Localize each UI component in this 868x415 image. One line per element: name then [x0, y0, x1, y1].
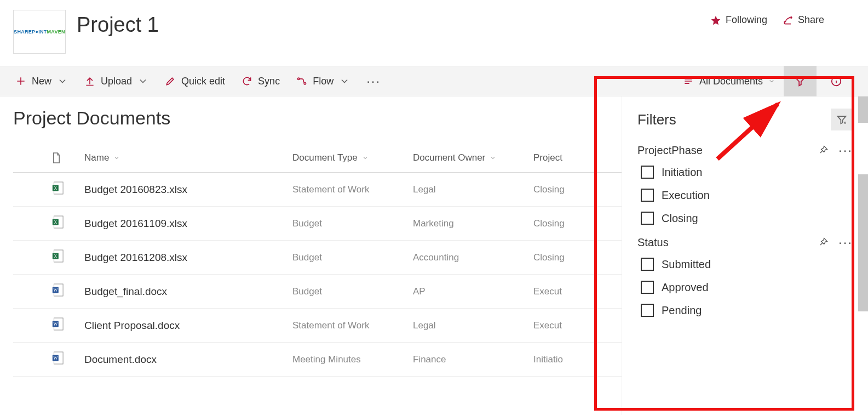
table-row[interactable]: XBudget 20160823.xlsxStatement of WorkLe… [13, 173, 622, 207]
chevron-down-icon [490, 155, 496, 161]
table-header: Name Document Type Document Owner Projec… [13, 143, 622, 173]
quick-edit-label: Quick edit [181, 76, 225, 87]
site-title[interactable]: Project 1 [77, 13, 159, 37]
filter-section: Status···SubmittedApprovedPending [637, 235, 853, 317]
scrollbar[interactable] [858, 174, 868, 311]
site-logo[interactable]: SHAREP●INTMAVEN [13, 10, 66, 54]
view-selector[interactable]: All Documents [677, 76, 780, 87]
file-name[interactable]: Budget 20161109.xlsx [84, 218, 292, 230]
file-type-icon: W [51, 351, 84, 368]
column-doctype-label: Document Type [292, 152, 358, 163]
table-row[interactable]: XBudget 20161208.xlsxBudgetAccountingClo… [13, 241, 622, 275]
chevron-down-icon [57, 76, 68, 87]
filter-pane-toggle[interactable] [784, 66, 817, 96]
list-icon [683, 76, 694, 87]
cell-owner: Finance [413, 354, 533, 365]
filter-option[interactable]: Pending [641, 304, 853, 317]
table-row[interactable]: WClient Proposal.docxStatement of WorkLe… [13, 309, 622, 343]
star-icon [710, 15, 721, 26]
chevron-down-icon [339, 76, 350, 87]
file-name[interactable]: Budget_final.docx [84, 286, 292, 298]
filter-option-label: Approved [662, 281, 709, 294]
logo-text: SHAREP●INTMAVEN [14, 29, 65, 35]
column-file-type[interactable] [51, 152, 84, 164]
upload-icon [84, 76, 95, 87]
filter-option[interactable]: Submitted [641, 258, 853, 271]
share-button[interactable]: Share [783, 14, 824, 26]
checkbox[interactable] [641, 281, 654, 294]
cell-doctype: Statement of Work [292, 184, 413, 195]
library-title: Project Documents [13, 107, 622, 129]
pencil-icon [165, 76, 176, 87]
file-name[interactable]: Budget 20160823.xlsx [84, 184, 292, 196]
filter-panel: Filters ProjectPhase···InitiationExecuti… [622, 96, 868, 415]
filter-section: ProjectPhase···InitiationExecutionClosin… [637, 143, 853, 225]
flow-label: Flow [313, 76, 334, 87]
upload-button[interactable]: Upload [84, 76, 148, 87]
quick-edit-button[interactable]: Quick edit [165, 76, 225, 87]
site-header: SHAREP●INTMAVEN Project 1 Following Shar… [0, 0, 868, 66]
svg-text:W: W [53, 288, 58, 293]
file-name[interactable]: Budget 20161208.xlsx [84, 252, 292, 264]
pin-icon[interactable] [818, 145, 829, 156]
column-name[interactable]: Name [84, 152, 292, 163]
file-name[interactable]: Document.docx [84, 354, 292, 366]
filter-option-label: Pending [662, 304, 702, 317]
cell-owner: Legal [413, 320, 533, 331]
column-name-label: Name [84, 152, 109, 163]
filter-option[interactable]: Approved [641, 281, 853, 294]
checkbox[interactable] [641, 166, 654, 179]
checkbox[interactable] [641, 212, 654, 225]
more-actions-button[interactable]: ··· [366, 73, 381, 89]
pin-icon[interactable] [818, 237, 829, 248]
cell-owner: Marketing [413, 218, 533, 229]
chevron-down-icon [113, 155, 120, 161]
file-type-icon: X [51, 215, 84, 232]
checkbox[interactable] [641, 304, 654, 317]
filter-section-more[interactable]: ··· [838, 235, 853, 250]
details-pane-toggle[interactable] [820, 66, 853, 96]
cell-doctype: Statement of Work [292, 320, 413, 331]
filter-option-label: Execution [662, 189, 710, 202]
table-row[interactable]: WDocument.docxMeeting MinutesFinanceInit… [13, 343, 622, 377]
column-owner[interactable]: Document Owner [413, 152, 533, 163]
filter-option-label: Closing [662, 212, 698, 225]
flow-button[interactable]: Flow [296, 76, 350, 87]
funnel-clear-icon [836, 114, 847, 125]
table-row[interactable]: WBudget_final.docxBudgetAPExecut [13, 275, 622, 309]
chevron-down-icon [137, 76, 148, 87]
cell-owner: AP [413, 286, 533, 297]
cell-doctype: Budget [292, 218, 413, 229]
cell-phase: Execut [533, 320, 621, 331]
svg-text:X: X [54, 186, 57, 191]
chevron-down-icon [768, 78, 775, 84]
new-button[interactable]: New [15, 76, 68, 87]
filter-option-label: Initiation [662, 166, 703, 179]
document-icon [51, 152, 61, 164]
following-button[interactable]: Following [710, 14, 767, 26]
file-name[interactable]: Client Proposal.docx [84, 320, 292, 332]
filter-option[interactable]: Initiation [641, 166, 853, 179]
clear-filters-button[interactable] [831, 109, 853, 130]
scrollbar[interactable] [858, 96, 868, 123]
checkbox[interactable] [641, 189, 654, 202]
cell-doctype: Budget [292, 286, 413, 297]
cell-phase: Execut [533, 286, 621, 297]
cell-phase: Closing [533, 218, 621, 229]
filter-option[interactable]: Closing [641, 212, 853, 225]
svg-text:W: W [53, 322, 58, 327]
sync-button[interactable]: Sync [242, 76, 280, 87]
view-label: All Documents [699, 76, 763, 87]
column-phase[interactable]: Project [533, 152, 621, 163]
cell-doctype: Budget [292, 252, 413, 263]
info-icon [830, 75, 842, 87]
table-row[interactable]: XBudget 20161109.xlsxBudgetMarketingClos… [13, 207, 622, 241]
filter-section-title: ProjectPhase [637, 144, 703, 157]
document-table: Name Document Type Document Owner Projec… [13, 143, 622, 377]
filter-option[interactable]: Execution [641, 189, 853, 202]
svg-text:X: X [54, 220, 57, 225]
checkbox[interactable] [641, 258, 654, 271]
column-doctype[interactable]: Document Type [292, 152, 413, 163]
filter-section-more[interactable]: ··· [838, 143, 853, 158]
command-bar: New Upload Quick edit Sync Flow ··· All … [0, 66, 868, 96]
